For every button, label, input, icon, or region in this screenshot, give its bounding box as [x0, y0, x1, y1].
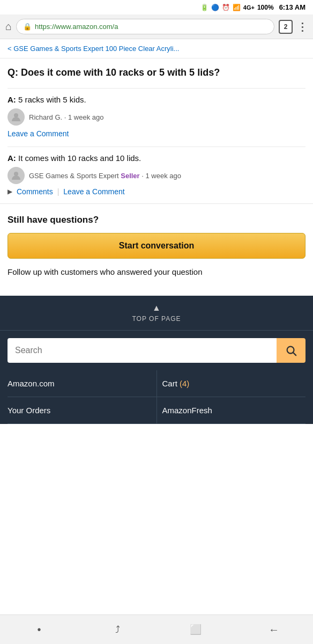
top-of-page[interactable]: ▲ TOP OF PAGE	[0, 296, 313, 331]
wifi-icon: 📶	[233, 4, 241, 11]
answerer-1-row: Richard G. · 1 week ago	[8, 108, 305, 126]
avatar-1	[8, 108, 25, 126]
avatar-2	[8, 167, 25, 184]
answerer-2-row: GSE Games & Sports Expert Seller · 1 wee…	[8, 167, 305, 184]
more-menu-icon[interactable]: ⋮	[297, 20, 308, 33]
start-conversation-button[interactable]: Start conversation	[8, 233, 305, 259]
bottom-nav: • ⤴ ⬜ ←	[0, 614, 313, 644]
search-icon	[285, 345, 297, 356]
qa-section: Q: Does it come with 10 racks or 5 with …	[0, 58, 313, 196]
search-button[interactable]	[277, 338, 305, 363]
status-bar: 🔋 🔵 ⏰ 📶 4G+ 100% 6:13 AM	[0, 0, 313, 14]
answerer-2-name: GSE Games & Sports Expert Seller · 1 wee…	[29, 172, 181, 180]
question-label: Q:	[8, 67, 18, 78]
alarm-icon: ⏰	[222, 4, 230, 11]
still-questions-title: Still have questions?	[8, 215, 305, 225]
comments-row: ▶ Comments | Leave a Comment	[8, 187, 305, 196]
nav-overview-button[interactable]: ⬜	[182, 621, 209, 638]
question-block: Q: Does it come with 10 racks or 5 with …	[8, 66, 305, 79]
follow-up-text: Follow up with customers who answered yo…	[8, 266, 305, 277]
svg-line-3	[293, 353, 296, 355]
amazonfresh-link[interactable]: AmazonFresh	[157, 397, 306, 423]
leave-comment-1[interactable]: Leave a Comment	[8, 129, 69, 138]
tab-count[interactable]: 2	[279, 20, 293, 34]
divider-2	[8, 147, 305, 147]
cart-link[interactable]: Cart (4)	[157, 370, 306, 397]
still-have-questions: Still have questions? Start conversation…	[0, 203, 313, 285]
browser-bar: ⌂ 🔒 https://www.amazon.com/a 2 ⋮	[0, 14, 313, 39]
footer-search	[0, 331, 313, 370]
content-area: < GSE Games & Sports Expert 100 Piece Cl…	[0, 39, 313, 285]
bluetooth-icon: 🔵	[211, 4, 219, 11]
answer-1: A: 5 racks with 5 kids. Richard G. · 1 w…	[8, 95, 305, 140]
battery-icon: 🔋	[200, 4, 208, 11]
signal-icon: 4G+	[243, 4, 255, 11]
home-icon[interactable]: ⌂	[5, 20, 12, 33]
nav-dot-button[interactable]: •	[26, 621, 53, 638]
comments-link[interactable]: Comments	[17, 187, 53, 196]
nav-back-button[interactable]: ←	[260, 621, 287, 638]
answer-1-label: A:	[8, 95, 16, 104]
footer-link-row-2: Your Orders AmazonFresh	[8, 397, 305, 424]
footer: ▲ TOP OF PAGE Amazon.com Cart (4) Your O…	[0, 296, 313, 424]
search-input[interactable]	[8, 338, 277, 363]
status-time: 6:13 AM	[279, 3, 305, 11]
breadcrumb-text[interactable]: < GSE Games & Sports Expert 100 Piece Cl…	[8, 45, 179, 53]
answer-2-text: A: It comes with 10 racks and 10 lids.	[8, 153, 305, 163]
footer-links: Amazon.com Cart (4) Your Orders AmazonFr…	[0, 370, 313, 424]
url-bar[interactable]: 🔒 https://www.amazon.com/a	[16, 19, 274, 34]
pipe: |	[57, 187, 59, 196]
top-of-page-label: TOP OF PAGE	[132, 315, 181, 323]
question-text: Does it come with 10 racks or 5 with 5 l…	[21, 67, 220, 78]
amazon-com-link[interactable]: Amazon.com	[8, 370, 157, 397]
svg-point-0	[14, 113, 18, 118]
url-text: https://www.amazon.com/a	[35, 23, 118, 31]
status-icons: 🔋 🔵 ⏰ 📶 4G+ 100%	[200, 4, 274, 11]
breadcrumb[interactable]: < GSE Games & Sports Expert 100 Piece Cl…	[0, 39, 313, 58]
battery-percent: 100%	[257, 4, 274, 11]
your-orders-link[interactable]: Your Orders	[8, 397, 157, 423]
cart-count: (4)	[180, 379, 189, 388]
lock-icon: 🔒	[23, 23, 32, 31]
leave-comment-2[interactable]: Leave a Comment	[63, 187, 124, 196]
seller-badge: Seller	[121, 172, 139, 180]
answer-2-content: It comes with 10 racks and 10 lids.	[18, 153, 141, 163]
answer-1-text: A: 5 racks with 5 kids.	[8, 95, 305, 104]
answer-1-content: 5 racks with 5 kids.	[18, 95, 86, 104]
top-arrow-icon: ▲	[152, 303, 161, 313]
divider-1	[8, 88, 305, 89]
comments-arrow: ▶	[8, 188, 12, 195]
nav-tabs-button[interactable]: ⤴	[104, 621, 131, 638]
footer-link-row-1: Amazon.com Cart (4)	[8, 370, 305, 397]
answer-2: A: It comes with 10 racks and 10 lids. G…	[8, 153, 305, 196]
svg-point-1	[14, 172, 18, 176]
answer-2-label: A:	[8, 153, 16, 163]
answerer-1-name: Richard G. · 1 week ago	[29, 113, 103, 121]
